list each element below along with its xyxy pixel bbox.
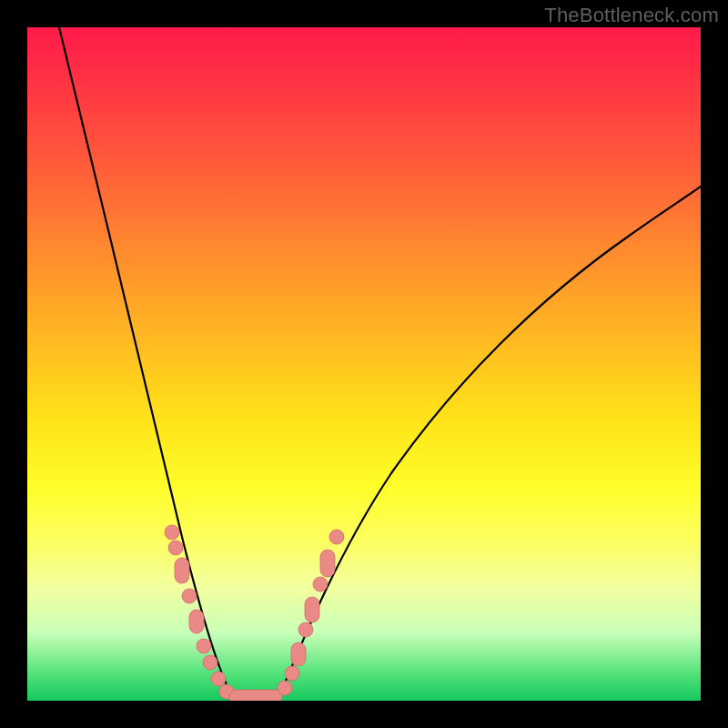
marker-pill [175,558,189,583]
marker-valley-pill [229,690,282,701]
marker-pill [291,642,306,666]
marker-dot [329,530,344,544]
plot-area [27,27,701,701]
marker-dot [203,655,217,670]
marker-dot [197,639,211,653]
marker-pill [320,550,335,577]
marker-pill [305,597,319,622]
marker-dot [313,577,328,592]
curve-layer [27,27,701,701]
marker-dot [165,525,179,540]
marker-dot [182,589,197,603]
marker-dot [211,672,226,686]
watermark-text: TheBottleneck.com [544,4,719,27]
chart-frame: TheBottleneck.com [0,0,728,728]
marker-dot [298,622,313,637]
marker-dot [285,666,299,681]
curve-left [59,27,235,701]
marker-dot [278,681,292,695]
marker-dot [168,541,183,555]
marker-pill [189,610,204,633]
curve-right [278,187,701,701]
